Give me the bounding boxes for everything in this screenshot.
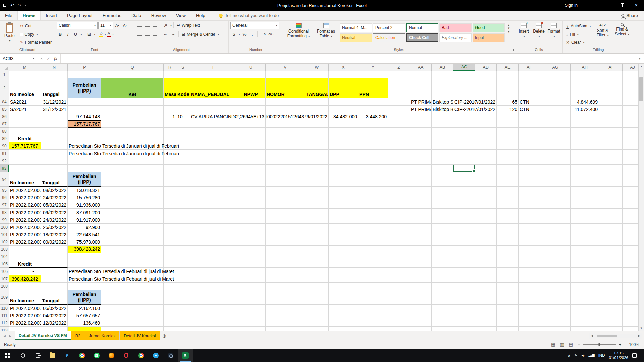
cell-X88[interactable] [329,128,358,135]
cell-Q89[interactable] [101,135,164,142]
cell-R85[interactable] [164,106,176,113]
cell-X95[interactable] [329,187,358,194]
cell-AG96[interactable] [540,194,571,201]
cell-U2[interactable]: NPWP [236,78,266,98]
taskbar-file-explorer-button[interactable] [45,349,60,362]
row-header-86[interactable]: 86 [0,113,9,120]
cell-V110[interactable] [266,305,305,312]
cell-N94[interactable]: Tanggal [41,172,68,187]
cell-AF96[interactable] [519,194,540,201]
cell-R88[interactable] [164,128,176,135]
cell-Z90[interactable] [388,142,410,150]
cell-AE95[interactable] [497,187,519,194]
cell-AI105[interactable] [599,260,623,268]
taskbar-opera-button[interactable] [119,349,133,362]
cell-AE84[interactable]: 65 [497,98,519,106]
cell-S103[interactable] [176,246,190,253]
cell-X97[interactable] [329,201,358,209]
cell-P96[interactable]: 15.756.280 [68,194,101,201]
tell-me-box[interactable]: Tell me what you want to do [219,11,279,20]
cell-M103[interactable] [9,246,41,253]
cell-R98[interactable] [164,209,176,216]
cell-Y87[interactable] [358,120,388,128]
cell-AJ113[interactable] [623,327,638,331]
cell-Y113[interactable] [358,327,388,331]
cell-AC101[interactable] [453,231,475,238]
cell-Q102[interactable] [101,238,164,246]
cell-AA1[interactable] [410,71,432,78]
cell-V98[interactable] [266,209,305,216]
cell-M112[interactable]: PI.2022.02.00010 [9,319,41,327]
ribbon-tab-file[interactable]: File [0,11,17,20]
cell-M110[interactable]: PI.2022.02.00003 [9,305,41,312]
cell-AG103[interactable] [540,246,571,253]
ribbon-display-options-button[interactable] [582,0,598,11]
cell-AI100[interactable] [599,224,623,231]
cell-Q84[interactable] [101,98,164,106]
cell-AE107[interactable] [497,275,519,283]
language-indicator[interactable]: IND [598,353,605,357]
cell-AJ103[interactable] [623,246,638,253]
cell-AC100[interactable] [453,224,475,231]
row-header-107[interactable]: 107 [0,275,9,283]
cell-X104[interactable] [329,253,358,260]
cell-U1[interactable] [236,71,266,78]
cell-X99[interactable] [329,216,358,224]
cell-AC1[interactable] [453,71,475,78]
cell-AI1[interactable] [599,71,623,78]
pen-icon[interactable]: ✎ [574,353,577,358]
cell-T96[interactable] [190,194,236,201]
cell-Q87[interactable] [101,120,164,128]
row-header-101[interactable]: 101 [0,231,9,238]
cell-V105[interactable] [266,260,305,268]
cell-X93[interactable] [329,165,358,172]
cell-N109[interactable]: Tanggal [41,290,68,305]
cell-W109[interactable] [305,290,329,305]
cell-S98[interactable] [176,209,190,216]
cell-P106[interactable]: Persediaan Stok [68,268,101,275]
restore-button[interactable] [613,0,629,11]
cell-W1[interactable] [305,71,329,78]
cell-X92[interactable] [329,157,358,165]
cell-AD87[interactable] [475,120,497,128]
cell-P108[interactable] [68,283,101,290]
cell-AI110[interactable] [599,305,623,312]
vertical-scrollbar[interactable]: ▲ ▼ [638,64,644,331]
cell-AD98[interactable] [475,209,497,216]
cell-M90[interactable]: 157.717.767 [9,142,41,150]
cell-AI96[interactable] [599,194,623,201]
cell-U100[interactable] [236,224,266,231]
cell-P112[interactable]: 136.460 [68,319,101,327]
cell-Q95[interactable] [101,187,164,194]
cell-Y101[interactable] [358,231,388,238]
cell-Y96[interactable] [358,194,388,201]
cell-X87[interactable] [329,120,358,128]
cell-R2[interactable]: Masa [164,78,176,98]
cell-X109[interactable] [329,290,358,305]
font-color-button[interactable]: A [107,31,111,38]
cell-Z102[interactable] [388,238,410,246]
cell-Q99[interactable] [101,216,164,224]
cell-AB107[interactable] [432,275,453,283]
cell-AC113[interactable] [453,327,475,331]
column-header-AA[interactable]: AA [410,64,432,71]
cell-AC110[interactable] [453,305,475,312]
cell-AB91[interactable] [432,150,453,157]
cell-AA110[interactable] [410,305,432,312]
column-header-W[interactable]: W [305,64,329,71]
cell-AD91[interactable] [475,150,497,157]
cell-AB86[interactable] [432,113,453,120]
cell-AE101[interactable] [497,231,519,238]
cell-Z99[interactable] [388,216,410,224]
cell-AB85[interactable]: Biskitop Bu [432,106,453,113]
cell-AJ88[interactable] [623,128,638,135]
column-header-Y[interactable]: Y [358,64,388,71]
cell-N91[interactable] [41,150,68,157]
cell-T87[interactable] [190,120,236,128]
cell-W96[interactable] [305,194,329,201]
cell-X110[interactable] [329,305,358,312]
cell-AG99[interactable] [540,216,571,224]
style-check-cell[interactable]: Check Cell [406,33,438,42]
cell-AJ105[interactable] [623,260,638,268]
cell-N103[interactable] [41,246,68,253]
